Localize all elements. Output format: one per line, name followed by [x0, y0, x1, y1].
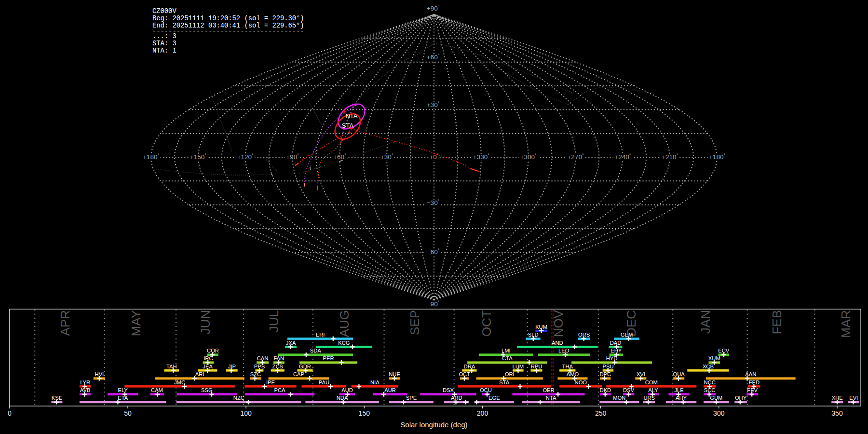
svg-text:OCT: OCT	[479, 310, 494, 337]
svg-text:KCG: KCG	[338, 340, 350, 346]
svg-text:MAR: MAR	[839, 310, 853, 338]
svg-text:CZ000V: CZ000V	[152, 8, 176, 15]
svg-text:JUN: JUN	[198, 310, 213, 335]
svg-text:ARI: ARI	[195, 371, 204, 377]
svg-text:+210°: +210°	[662, 153, 678, 161]
svg-text:50: 50	[124, 409, 132, 417]
svg-text:STA: 3: STA: 3	[152, 40, 176, 47]
svg-text:ETA: ETA	[118, 395, 128, 401]
svg-text:300: 300	[713, 409, 725, 417]
svg-text:150: 150	[359, 409, 370, 417]
svg-text:JIP: JIP	[228, 364, 236, 369]
svg-text:AHY: AHY	[676, 395, 687, 401]
svg-text:AUR: AUR	[384, 387, 396, 393]
svg-text:MON: MON	[613, 395, 625, 401]
svg-text:AMO: AMO	[567, 371, 579, 377]
svg-text:DSX: DSX	[443, 387, 454, 393]
svg-text:−30°: −30°	[427, 199, 440, 206]
svg-text:+240°: +240°	[614, 153, 631, 161]
svg-text:COM: COM	[645, 380, 658, 385]
svg-text:AUG: AUG	[337, 310, 352, 337]
svg-text:APR: APR	[58, 310, 72, 336]
svg-text:STA: STA	[342, 122, 354, 129]
svg-text:+60°: +60°	[333, 153, 346, 161]
svg-text:+270°: +270°	[567, 153, 583, 161]
svg-text:NTA: NTA	[546, 395, 556, 401]
svg-text:CAP: CAP	[293, 371, 304, 377]
svg-text:CAM: CAM	[151, 387, 163, 393]
svg-text:OER: OER	[542, 387, 554, 393]
svg-text:100: 100	[240, 409, 252, 417]
svg-text:250: 250	[595, 409, 607, 417]
svg-text:Solar longitude (deg): Solar longitude (deg)	[400, 420, 467, 429]
svg-text:NTA: 1: NTA: 1	[152, 47, 176, 54]
svg-text:EGE: EGE	[488, 395, 500, 401]
svg-text:Beg: 20251111 19:20:52 (sol =: Beg: 20251111 19:20:52 (sol = 229.30°)	[152, 15, 304, 22]
svg-text:0: 0	[8, 409, 12, 417]
svg-text:+300°: +300°	[520, 153, 537, 161]
svg-text:PCA: PCA	[274, 387, 286, 393]
svg-text:ERI: ERI	[316, 332, 325, 338]
svg-text:AND: AND	[552, 340, 563, 346]
svg-text:LEO: LEO	[558, 348, 570, 353]
svg-text:IPE: IPE	[266, 380, 275, 385]
svg-text:XCB: XCB	[703, 364, 714, 369]
svg-text:JAN: JAN	[698, 310, 713, 334]
svg-text:THA: THA	[562, 364, 573, 369]
svg-text:NOV: NOV	[551, 310, 566, 337]
svg-text:SPE: SPE	[406, 395, 417, 401]
svg-text:MAY: MAY	[129, 310, 143, 336]
svg-text:+60°: +60°	[427, 53, 440, 61]
svg-text:SSG: SSG	[201, 387, 213, 393]
svg-text:JMC: JMC	[174, 380, 185, 385]
svg-text:JLE: JLE	[674, 387, 683, 393]
svg-text:+30°: +30°	[380, 153, 393, 161]
svg-text:ELY: ELY	[118, 387, 128, 393]
svg-text:ALY: ALY	[648, 387, 658, 393]
svg-text:DAD: DAD	[610, 340, 622, 346]
svg-text:NIA: NIA	[370, 380, 380, 385]
svg-text:+90°: +90°	[427, 4, 440, 12]
svg-text:TAH: TAH	[166, 364, 177, 369]
svg-text:NZC: NZC	[233, 395, 244, 401]
svg-text:FEB: FEB	[770, 310, 784, 335]
svg-text:GDR: GDR	[299, 364, 311, 369]
svg-text:HYD: HYD	[606, 355, 618, 361]
svg-text:+150°: +150°	[190, 153, 206, 161]
svg-text:PER: PER	[323, 355, 334, 361]
svg-text:JUL: JUL	[267, 310, 281, 332]
svg-text:URS: URS	[643, 395, 655, 401]
svg-text:OCU: OCU	[480, 387, 492, 393]
svg-text:+180°: +180°	[143, 153, 159, 161]
svg-text:NTA: NTA	[345, 112, 357, 120]
svg-text:DRA: DRA	[464, 364, 475, 369]
svg-text:GEM: GEM	[621, 332, 633, 338]
svg-text:+90°: +90°	[286, 153, 299, 161]
svg-text:SEP: SEP	[407, 310, 422, 335]
svg-text:−60°: −60°	[427, 248, 440, 256]
svg-text:DPC: DPC	[599, 371, 611, 377]
svg-text:CTA: CTA	[502, 355, 513, 361]
svg-text:OHY: OHY	[735, 395, 747, 401]
svg-text:FEV: FEV	[747, 387, 758, 393]
svg-text:+30°: +30°	[427, 101, 440, 108]
svg-text:...: 3: ...: 3	[152, 33, 176, 40]
svg-text:ORI: ORI	[505, 371, 515, 377]
svg-text:200: 200	[477, 409, 488, 417]
svg-text:+330°: +330°	[473, 153, 489, 161]
svg-text:+120°: +120°	[237, 153, 254, 161]
svg-text:STA: STA	[499, 380, 509, 385]
svg-text:SDA: SDA	[310, 348, 322, 353]
svg-text:350: 350	[831, 409, 843, 417]
svg-text:−90°: −90°	[427, 300, 440, 308]
svg-text:ARD: ARD	[451, 395, 462, 401]
svg-text:PAU: PAU	[319, 380, 329, 385]
svg-text:NDA: NDA	[337, 395, 348, 401]
svg-text:NOO: NOO	[575, 380, 587, 385]
svg-text:+180°: +180°	[709, 153, 725, 161]
